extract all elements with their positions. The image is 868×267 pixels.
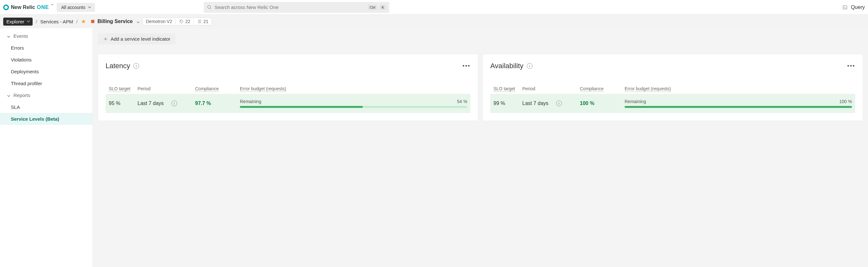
sidebar-item-thread-profiler[interactable]: Thread profiler [0,78,92,89]
info-icon[interactable]: i [527,63,532,69]
related-link[interactable]: 21 [197,19,209,24]
global-search[interactable]: Ctrl K [204,2,389,13]
related-count: 21 [204,19,209,24]
card-title: Availability [490,62,524,70]
col-slo-target: SLO target [494,86,522,91]
remaining-value: 54 % [457,99,467,104]
status-square-icon [91,20,94,23]
tm: ™ [51,4,54,7]
sidebar-item-errors[interactable]: Errors [0,42,92,54]
sidebar-section-reports[interactable]: Reports [0,89,92,101]
sidebar-label: Deployments [11,69,39,74]
remaining-value: 100 % [839,99,852,104]
crumb-sep: / [76,19,78,24]
service-dropdown-icon[interactable] [136,19,139,24]
budget-bar-fill [625,106,852,108]
accounts-label: All accounts [61,5,85,10]
sidebar-label: Service Levels (Beta) [11,116,59,122]
svg-point-4 [180,21,181,21]
newrelic-logo-icon [3,4,9,10]
svg-rect-2 [843,5,847,9]
info-icon[interactable]: i [133,63,139,69]
col-error-budget: Error budget (requests) [625,86,852,91]
sidebar-item-sla[interactable]: SLA [0,101,92,113]
budget-bar [240,106,467,108]
search-icon [207,5,212,10]
plus-icon [103,36,108,41]
sidebar-item-deployments[interactable]: Deployments [0,66,92,78]
compliance-value: 100 % [580,100,625,106]
slo-cards: Latency i ••• SLO target Period Complian… [98,54,863,121]
logo-text: New Relic [11,4,35,10]
slo-row: 95 % Last 7 days i 97.7 % Remaining 54 % [105,94,470,113]
star-icon[interactable]: ★ [81,18,86,25]
sidebar-label: Reports [13,92,30,98]
main-content: Add a service level indicator Latency i … [93,28,868,267]
query-link[interactable]: Query [851,4,865,10]
slo-target-value: 99 % [494,100,522,106]
budget-bar [625,106,852,108]
sidebar-label: Thread profiler [11,81,42,86]
sidebar-item-violations[interactable]: Violations [0,54,92,66]
tags-link[interactable]: 22 [179,19,190,24]
svg-line-1 [210,8,211,9]
card-menu-icon[interactable]: ••• [847,63,855,69]
entity-meta-pill: Demotron V2 22 21 [142,18,212,25]
col-compliance: Compliance [195,86,240,91]
sidebar-label: Violations [11,57,32,62]
svg-point-0 [208,5,211,8]
account-name[interactable]: Demotron V2 [146,19,172,24]
tag-count: 22 [185,19,190,24]
period-value: Last 7 days [522,100,549,106]
slo-card-latency: Latency i ••• SLO target Period Complian… [98,54,478,121]
related-icon [197,19,202,24]
accounts-dropdown[interactable]: All accounts [57,3,95,12]
col-error-budget: Error budget (requests) [240,86,467,91]
remaining-label: Remaining [240,99,261,104]
card-menu-icon[interactable]: ••• [462,63,470,69]
tag-icon [179,19,184,24]
sidebar-label: Events [13,33,28,39]
info-icon[interactable]: i [556,100,562,106]
col-period: Period [522,86,580,91]
logo[interactable]: New Relic ONE™ [3,4,54,10]
query-icon[interactable] [842,5,847,10]
col-period: Period [137,86,195,91]
chevron-down-icon [6,33,9,39]
sidebar-item-service-levels[interactable]: Service Levels (Beta) [0,113,92,125]
period-value: Last 7 days [137,100,164,106]
sidebar-label: Errors [11,45,24,51]
chevron-down-icon [6,92,9,98]
slo-card-availability: Availability i ••• SLO target Period Com… [483,54,863,121]
top-bar: New Relic ONE™ All accounts Ctrl K Query [0,0,868,15]
breadcrumb-services[interactable]: Services - APM [40,19,73,24]
compliance-value: 97.7 % [195,100,240,106]
slo-target-value: 95 % [109,100,137,106]
info-icon[interactable]: i [172,100,177,106]
kbd-ctrl: Ctrl [368,5,377,10]
card-title: Latency [105,62,130,70]
remaining-label: Remaining [625,99,646,104]
sidebar-label: SLA [11,105,20,110]
slo-row: 99 % Last 7 days i 100 % Remaining 100 % [490,94,855,113]
crumb-sep: / [36,19,37,24]
service-name: Billing Service [97,19,133,24]
kbd-k: K [380,5,386,10]
add-sli-button[interactable]: Add a service level indicator [98,33,176,44]
explorer-label: Explorer [6,19,24,24]
search-input[interactable] [215,4,366,10]
col-compliance: Compliance [580,86,625,91]
sidebar: Events Errors Violations Deployments Thr… [0,28,93,267]
explorer-dropdown[interactable]: Explorer [3,18,33,26]
logo-suffix: ONE [37,4,49,10]
col-slo-target: SLO target [109,86,137,91]
budget-bar-fill [240,106,363,108]
sidebar-section-events[interactable]: Events [0,30,92,42]
breadcrumb-bar: Explorer / Services - APM / ★ Billing Se… [0,15,868,28]
add-sli-label: Add a service level indicator [111,36,170,41]
